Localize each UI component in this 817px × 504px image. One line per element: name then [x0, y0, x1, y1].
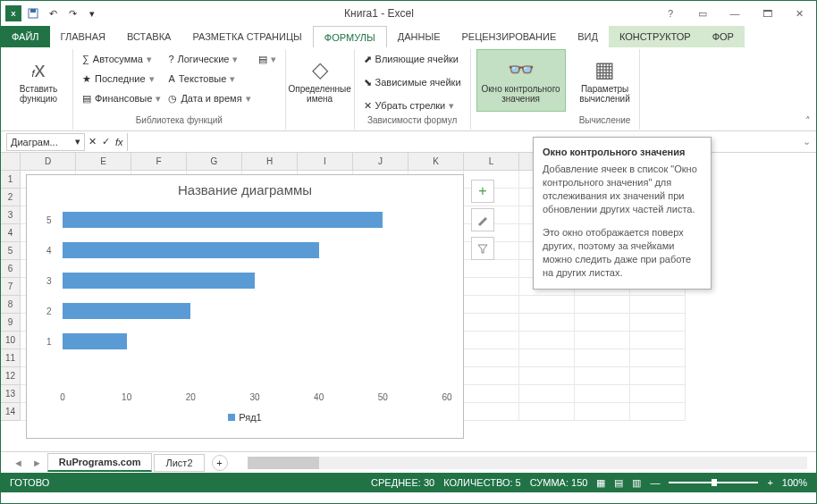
status-count: КОЛИЧЕСТВО: 5: [443, 477, 521, 488]
bar[interactable]: [63, 273, 255, 289]
star-icon: ★: [82, 73, 91, 85]
bar-category-label: 5: [46, 215, 52, 225]
zoom-in-button[interactable]: +: [767, 477, 772, 488]
status-ready: ГОТОВО: [10, 477, 49, 488]
tab-home[interactable]: ГЛАВНАЯ: [50, 26, 116, 47]
add-sheet-button[interactable]: +: [212, 455, 228, 471]
sheet-nav-next-icon[interactable]: ►: [29, 458, 46, 468]
logical-button[interactable]: ?Логические ▾: [164, 49, 254, 69]
maximize-button[interactable]: 🗖: [754, 4, 780, 22]
scrollbar-thumb[interactable]: [248, 457, 319, 469]
column-header[interactable]: D: [21, 153, 76, 171]
column-header[interactable]: F: [131, 153, 187, 171]
row-header[interactable]: 6: [1, 260, 21, 278]
row-header[interactable]: 2: [1, 189, 21, 206]
minimize-button[interactable]: —: [721, 4, 748, 22]
financial-button[interactable]: ▤Финансовые ▾: [79, 88, 164, 108]
row-header[interactable]: 11: [1, 349, 21, 367]
save-icon[interactable]: [24, 4, 42, 22]
tab-format[interactable]: ФОР: [702, 26, 745, 47]
chart-title[interactable]: Название диаграммы: [27, 175, 463, 205]
excel-icon: X: [4, 4, 22, 22]
tab-file[interactable]: ФАЙЛ: [1, 26, 50, 47]
column-header[interactable]: L: [464, 153, 519, 171]
zoom-out-button[interactable]: —: [650, 477, 660, 488]
bar[interactable]: [63, 303, 190, 319]
row-header[interactable]: 1: [1, 171, 21, 189]
expand-formula-icon[interactable]: ⌄: [803, 136, 811, 147]
chart-add-element-button[interactable]: +: [471, 180, 494, 203]
undo-icon[interactable]: ↶: [44, 4, 62, 22]
collapse-ribbon-icon[interactable]: ˄: [805, 115, 811, 127]
row-header[interactable]: 14: [1, 403, 21, 421]
fx-icon[interactable]: fx: [115, 137, 123, 147]
question-icon: ?: [168, 54, 173, 64]
group-calculation: ▦ Параметры вычислений Вычисление: [571, 49, 640, 130]
bar[interactable]: [63, 242, 319, 258]
column-header[interactable]: H: [242, 153, 298, 171]
text-button[interactable]: AТекстовые ▾: [164, 69, 254, 88]
cancel-icon[interactable]: ✕: [88, 136, 97, 147]
redo-icon[interactable]: ↷: [63, 4, 81, 22]
row-header[interactable]: 8: [1, 296, 21, 314]
tab-insert[interactable]: ВСТАВКА: [116, 26, 181, 47]
sheet-tab-list2[interactable]: Лист2: [154, 454, 204, 472]
view-pagebreak-icon[interactable]: ▥: [632, 477, 641, 489]
row-header[interactable]: 10: [1, 332, 21, 349]
close-button[interactable]: ✕: [786, 4, 813, 22]
more-functions-button[interactable]: ▤▾: [255, 49, 280, 69]
row-header[interactable]: 13: [1, 385, 21, 403]
row-header[interactable]: 4: [1, 224, 21, 242]
chart-legend[interactable]: Ряд1: [27, 408, 463, 426]
sheet-tab-ruprograms[interactable]: RuPrograms.com: [47, 453, 153, 472]
column-header[interactable]: J: [353, 153, 408, 171]
recent-button[interactable]: ★Последние ▾: [79, 69, 164, 88]
column-header[interactable]: G: [187, 153, 242, 171]
tab-review[interactable]: РЕЦЕНЗИРОВАНИЕ: [451, 26, 567, 47]
ribbon: fx Вставить функцию ∑Автосумма ▾ ★Послед…: [1, 47, 816, 131]
zoom-slider-thumb[interactable]: [712, 479, 717, 486]
qat-dropdown-icon[interactable]: ▾: [83, 4, 101, 22]
tab-view[interactable]: ВИД: [567, 26, 609, 47]
remove-arrows-button[interactable]: ✕Убрать стрелки ▾: [360, 96, 459, 115]
column-header[interactable]: E: [76, 153, 131, 171]
row-header[interactable]: 7: [1, 278, 21, 296]
sheet-nav-prev-icon[interactable]: ◄: [10, 458, 27, 468]
datetime-button[interactable]: ◷Дата и время ▾: [164, 88, 254, 108]
name-box[interactable]: Диаграм...▾: [6, 133, 85, 151]
zoom-slider[interactable]: [669, 482, 758, 483]
column-header[interactable]: K: [408, 153, 464, 171]
tab-layout[interactable]: РАЗМЕТКА СТРАНИЦЫ: [181, 26, 312, 47]
chart-plot-area[interactable]: 54321: [63, 205, 452, 392]
tab-data[interactable]: ДАННЫЕ: [387, 26, 451, 47]
chart-object[interactable]: Название диаграммы 54321 0102030405060 Р…: [26, 174, 464, 439]
view-normal-icon[interactable]: ▦: [596, 477, 605, 489]
x-axis-tick: 50: [378, 392, 388, 402]
window-title: Книга1 - Excel: [101, 7, 657, 20]
row-header[interactable]: 3: [1, 206, 21, 224]
column-header[interactable]: I: [298, 153, 353, 171]
enter-icon[interactable]: ✓: [102, 136, 110, 147]
ribbon-options-button[interactable]: ▭: [689, 4, 716, 22]
trace-precedents-button[interactable]: ⬈Влияющие ячейки: [360, 49, 462, 69]
chart-styles-button[interactable]: [471, 208, 494, 231]
defined-names-button[interactable]: ◇ Определенные имена: [291, 49, 349, 112]
zoom-level[interactable]: 100%: [782, 477, 807, 488]
bar[interactable]: [63, 212, 383, 228]
watch-window-button[interactable]: 👓 Окно контрольного значения: [476, 49, 566, 112]
autosum-button[interactable]: ∑Автосумма ▾: [79, 49, 164, 69]
tab-formulas[interactable]: ФОРМУЛЫ: [313, 26, 387, 47]
calc-options-button[interactable]: ▦ Параметры вычислений: [577, 49, 634, 112]
insert-function-button[interactable]: fx Вставить функцию: [10, 49, 67, 112]
help-button[interactable]: ?: [657, 4, 684, 22]
select-all-corner[interactable]: [1, 153, 21, 171]
chart-filter-button[interactable]: [471, 237, 494, 260]
row-header[interactable]: 5: [1, 242, 21, 260]
tab-design[interactable]: КОНСТРУКТОР: [609, 26, 702, 47]
horizontal-scrollbar[interactable]: [248, 457, 807, 469]
bar[interactable]: [63, 333, 127, 349]
view-layout-icon[interactable]: ▤: [614, 477, 623, 489]
row-header[interactable]: 12: [1, 367, 21, 385]
row-header[interactable]: 9: [1, 314, 21, 332]
trace-dependents-button[interactable]: ⬊Зависимые ячейки: [360, 72, 465, 92]
